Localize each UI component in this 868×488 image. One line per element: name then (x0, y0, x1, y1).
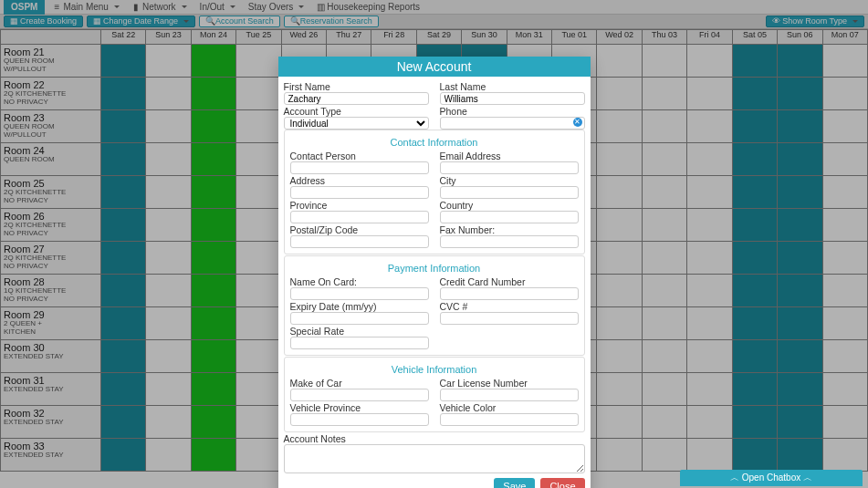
license-label: Car License Number (440, 378, 579, 389)
account-type-label: Account Type (284, 106, 429, 117)
account-notes-input[interactable] (284, 444, 585, 473)
close-button[interactable]: Close (540, 478, 584, 488)
province-input[interactable] (290, 211, 429, 223)
fax-input[interactable] (440, 235, 579, 248)
clear-phone-icon[interactable]: ✕ (573, 118, 582, 127)
phone-label: Phone (440, 106, 585, 117)
country-input[interactable] (440, 211, 579, 223)
address-label: Address (290, 175, 429, 186)
chevron-up-icon: ︿ (730, 472, 739, 483)
vehicle-province-input[interactable] (290, 413, 429, 426)
cvc-label: CVC # (440, 301, 579, 312)
first-name-label: First Name (284, 81, 429, 92)
contact-person-input[interactable] (290, 161, 429, 174)
special-rate-input[interactable] (290, 337, 429, 349)
email-label: Email Address (440, 151, 579, 161)
license-input[interactable] (440, 389, 579, 401)
last-name-input[interactable] (440, 92, 585, 105)
postal-label: Postal/Zip Code (290, 224, 429, 235)
contact-person-label: Contact Person (290, 151, 429, 161)
name-on-card-input[interactable] (290, 287, 429, 300)
make-input[interactable] (290, 389, 429, 401)
account-notes-label: Account Notes (284, 433, 585, 444)
vehicle-color-input[interactable] (440, 413, 579, 426)
last-name-label: Last Name (440, 81, 585, 92)
open-chatbox-button[interactable]: ︿ Open Chatbox ︿ (680, 470, 863, 486)
cvc-input[interactable] (440, 312, 579, 325)
contact-info-title: Contact Information (290, 137, 579, 148)
payment-info-title: Payment Information (290, 263, 579, 274)
email-input[interactable] (440, 161, 579, 174)
modal-title: New Account (278, 57, 591, 77)
city-input[interactable] (440, 186, 579, 199)
fax-label: Fax Number: (440, 224, 579, 235)
account-type-select[interactable]: Individual (284, 117, 429, 130)
first-name-input[interactable] (284, 92, 429, 105)
expiry-label: Expiry Date (mm/yy) (290, 301, 429, 312)
country-label: Country (440, 200, 579, 211)
new-account-modal: New Account First Name Account Type Indi… (278, 57, 591, 488)
chevron-up-icon: ︿ (803, 472, 812, 483)
province-label: Province (290, 200, 429, 211)
vehicle-info-title: Vehicle Information (290, 364, 579, 375)
vehicle-province-label: Vehicle Province (290, 402, 429, 413)
postal-input[interactable] (290, 235, 429, 248)
cc-number-input[interactable] (440, 287, 579, 300)
city-label: City (440, 175, 579, 186)
make-label: Make of Car (290, 378, 429, 389)
vehicle-color-label: Vehicle Color (440, 402, 579, 413)
cc-number-label: Credit Card Number (440, 276, 579, 287)
address-input[interactable] (290, 186, 429, 199)
expiry-input[interactable] (290, 312, 429, 325)
special-rate-label: Special Rate (290, 326, 429, 337)
save-button[interactable]: Save (494, 478, 535, 488)
name-on-card-label: Name On Card: (290, 276, 429, 287)
phone-input[interactable] (440, 117, 585, 130)
